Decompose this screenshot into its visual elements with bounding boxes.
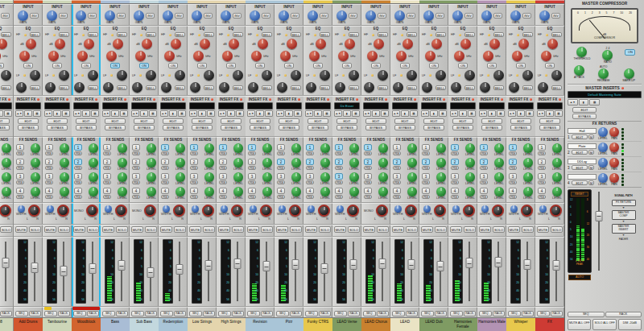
- solo-button[interactable]: SOLO: [203, 226, 215, 233]
- send-4-level-knob[interactable]: [465, 187, 475, 197]
- master-patch-folder-button[interactable]: ▮: [579, 99, 589, 106]
- patch-folder-button[interactable]: ▮: [53, 110, 61, 117]
- invert-button[interactable]: INV: [522, 13, 531, 19]
- send-3-button[interactable]: 3: [480, 173, 488, 180]
- rack-button[interactable]: RACK: [551, 311, 564, 317]
- send-1-pre-button[interactable]: PRE: [74, 151, 82, 155]
- seq-button[interactable]: SEQ: [73, 311, 86, 317]
- solo-button[interactable]: SOLO: [377, 226, 389, 233]
- send-3-button[interactable]: 3: [422, 173, 430, 180]
- gain-knob[interactable]: [510, 10, 521, 21]
- send-4-pre-button[interactable]: PRE: [132, 195, 140, 199]
- return-1-edit-button[interactable]: EDIT: [572, 134, 588, 139]
- lf-gain-knob[interactable]: [161, 82, 171, 93]
- channel-strip[interactable]: INPUT GAIN INV EQ HF BELL dB: [448, 0, 477, 331]
- send-1-pre-button[interactable]: PRE: [306, 151, 314, 155]
- return-1-mute-button[interactable]: M: [588, 134, 594, 139]
- width-knob[interactable]: [308, 205, 315, 213]
- hf-gain-knob[interactable]: [374, 39, 384, 49]
- send-4-button[interactable]: 4: [422, 188, 430, 194]
- patch-folder-button[interactable]: ▮: [372, 110, 380, 117]
- send-1-button[interactable]: 1: [480, 144, 488, 151]
- seq-button[interactable]: SEQ: [421, 311, 434, 317]
- send-2-pre-button[interactable]: PRE: [132, 166, 140, 170]
- width-knob[interactable]: [18, 205, 25, 213]
- hf-gain-knob[interactable]: [84, 39, 94, 49]
- channel-name[interactable]: Sub Bass: [130, 317, 159, 331]
- return-1-level-knob[interactable]: [598, 127, 608, 137]
- rack-button[interactable]: RACK: [319, 311, 332, 317]
- send-1-level-knob[interactable]: [349, 143, 359, 153]
- send-2-pre-button[interactable]: PRE: [451, 166, 459, 170]
- return-1-pan-knob[interactable]: [609, 127, 619, 137]
- send-3-level-knob[interactable]: [523, 172, 533, 182]
- lf-gain-knob[interactable]: [422, 82, 432, 93]
- send-3-button[interactable]: 3: [509, 173, 517, 180]
- eq-on-button[interactable]: ON: [458, 63, 468, 68]
- lf-bell-button[interactable]: BELL: [349, 85, 359, 90]
- invert-button[interactable]: INV: [117, 13, 126, 19]
- insert-edit-button[interactable]: EDIT: [250, 118, 270, 124]
- solo-button[interactable]: SOLO: [0, 226, 12, 233]
- send-2-pre-button[interactable]: PRE: [509, 166, 517, 170]
- hf-freq-knob[interactable]: [483, 51, 493, 61]
- insert-bypass-button[interactable]: BYPASS: [192, 125, 213, 130]
- channel-fader-cap[interactable]: [552, 260, 559, 271]
- pan-knob[interactable]: [521, 205, 533, 217]
- eq-on-button[interactable]: ON: [429, 63, 439, 68]
- patch-folder-button[interactable]: ▮: [24, 110, 32, 117]
- width-knob[interactable]: [481, 205, 489, 213]
- lf-freq-knob[interactable]: [320, 70, 330, 81]
- hf-bell-button[interactable]: BELL: [175, 32, 185, 37]
- insert-bypass-button[interactable]: BYPASS: [105, 125, 126, 130]
- hf-gain-knob[interactable]: [518, 39, 529, 49]
- send-4-button[interactable]: 4: [132, 188, 140, 194]
- send-4-button[interactable]: 4: [277, 188, 285, 194]
- lf-bell-button[interactable]: BELL: [59, 85, 69, 90]
- channel-fader[interactable]: [88, 239, 97, 304]
- width-knob[interactable]: [539, 205, 547, 213]
- send-2-pre-button[interactable]: PRE: [74, 166, 82, 170]
- channel-fader-cap[interactable]: [2, 258, 9, 268]
- send-3-button[interactable]: 3: [16, 173, 24, 180]
- send-4-level-knob[interactable]: [291, 187, 301, 197]
- channel-fader-cap[interactable]: [349, 259, 357, 270]
- insert-edit-button[interactable]: EDIT: [539, 118, 560, 124]
- invert-button[interactable]: INV: [378, 13, 386, 19]
- lf-gain-knob[interactable]: [103, 82, 114, 93]
- patch-spinner[interactable]: ▲▼: [15, 110, 23, 117]
- lf-gain-knob[interactable]: [538, 82, 548, 93]
- hf-bell-button[interactable]: BELL: [59, 32, 69, 37]
- channel-fader-cap[interactable]: [494, 257, 502, 267]
- patch-folder-button[interactable]: ▮: [430, 110, 438, 117]
- patch-save-button[interactable]: ▦: [149, 110, 157, 117]
- send-3-button[interactable]: 3: [103, 173, 111, 180]
- seq-button[interactable]: SEQ: [508, 311, 521, 317]
- send-2-level-knob[interactable]: [175, 158, 185, 168]
- send-2-level-knob[interactable]: [262, 158, 272, 168]
- invert-button[interactable]: INV: [493, 13, 502, 19]
- eq-on-button[interactable]: ON: [487, 63, 497, 68]
- insert-bypass-button[interactable]: BYPASS: [47, 125, 68, 130]
- patch-folder-button[interactable]: ▮: [256, 110, 264, 117]
- patch-spinner[interactable]: ▲▼: [450, 110, 458, 117]
- send-2-button[interactable]: 2: [335, 159, 343, 165]
- invert-button[interactable]: INV: [407, 13, 415, 19]
- patch-save-button[interactable]: ▦: [91, 110, 99, 117]
- patch-folder-button[interactable]: ▮: [343, 110, 351, 117]
- width-knob[interactable]: [452, 205, 460, 213]
- send-4-pre-button[interactable]: PRE: [393, 195, 401, 199]
- return-4-pan-knob[interactable]: [609, 173, 619, 183]
- send-1-pre-button[interactable]: PRE: [538, 151, 546, 155]
- invert-button[interactable]: INV: [436, 13, 444, 19]
- solo-button[interactable]: SOLO: [522, 226, 534, 233]
- master-fader[interactable]: [594, 189, 603, 273]
- invert-button[interactable]: INV: [551, 13, 560, 19]
- rack-button[interactable]: RACK: [435, 311, 448, 317]
- rack-button[interactable]: RACK: [0, 311, 12, 317]
- pan-knob[interactable]: [231, 205, 243, 217]
- mute-button[interactable]: MUTE: [247, 226, 259, 233]
- hf-freq-knob[interactable]: [193, 51, 204, 61]
- insert-bypass-button[interactable]: BYPASS: [134, 125, 155, 130]
- master-rack-button[interactable]: RACK: [605, 312, 642, 317]
